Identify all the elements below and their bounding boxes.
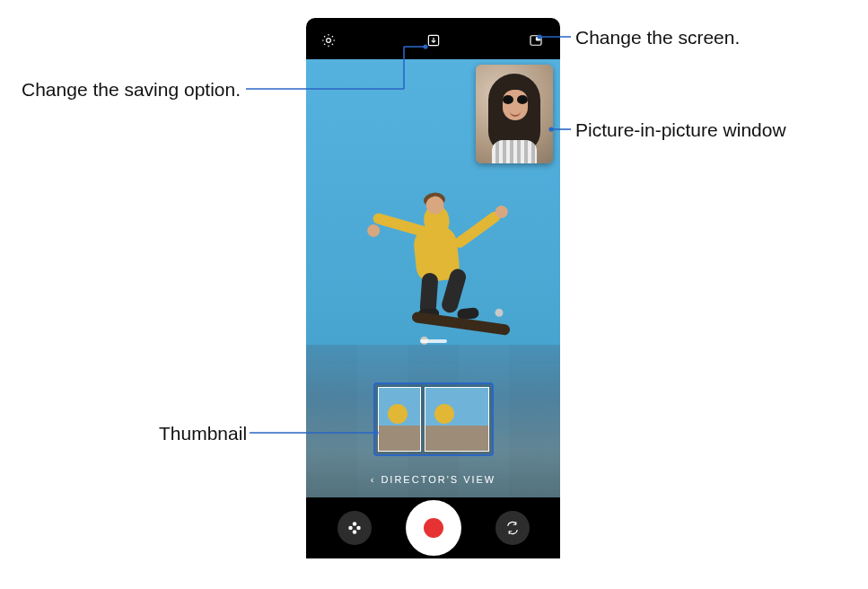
callout-label-screen: Change the screen.	[575, 27, 740, 48]
camera-mode-label: DIRECTOR'S VIEW	[381, 474, 495, 485]
chevron-left-icon: ‹	[371, 474, 376, 485]
svg-point-7	[356, 526, 361, 531]
record-button[interactable]	[406, 500, 461, 556]
pip-layout-icon[interactable]	[526, 31, 546, 50]
svg-point-0	[327, 39, 331, 43]
lens-thumbnail-selector[interactable]	[373, 382, 494, 456]
callout-label-thumb: Thumbnail	[159, 423, 247, 444]
download-in-box-icon[interactable]	[424, 31, 443, 50]
svg-point-4	[352, 522, 356, 526]
lens-thumbnail[interactable]	[425, 387, 489, 452]
switch-camera-button[interactable]	[495, 511, 530, 545]
effects-button[interactable]	[338, 511, 372, 545]
callout-label-saving: Change the saving option.	[22, 79, 241, 101]
callout-label-pip: Picture-in-picture window	[575, 119, 786, 141]
thumbnail-tray-handle[interactable]	[420, 339, 447, 343]
camera-top-bar	[306, 29, 560, 52]
svg-point-5	[352, 530, 356, 534]
camera-viewfinder: ‹ DIRECTOR'S VIEW	[306, 59, 560, 497]
svg-rect-3	[536, 38, 539, 40]
record-dot-icon	[424, 518, 443, 538]
pip-window[interactable]	[476, 65, 553, 163]
gear-icon[interactable]	[319, 31, 338, 50]
lens-thumbnail[interactable]	[378, 387, 421, 452]
camera-bottom-bar	[306, 497, 560, 558]
camera-mode-row[interactable]: ‹ DIRECTOR'S VIEW	[306, 474, 560, 485]
svg-point-6	[348, 526, 353, 531]
phone-frame: ‹ DIRECTOR'S VIEW	[306, 18, 560, 558]
